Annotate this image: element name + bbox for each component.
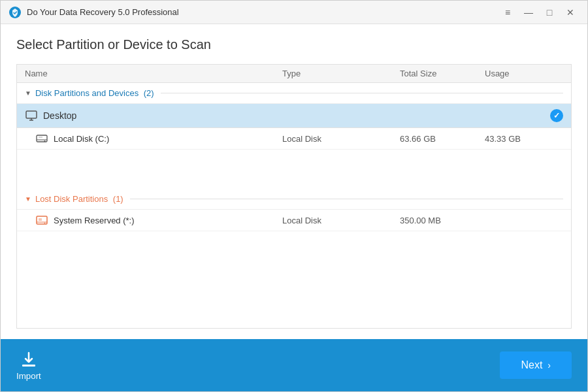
import-label: Import [16,371,41,381]
window-controls: ≡ — □ ✕ [498,5,580,20]
svg-rect-4 [37,135,47,142]
group-arrow-lost: ▼ [25,195,31,203]
row-local-disk-name: Local Disk (C:) [35,132,282,145]
header-total-size: Total Size [400,69,485,78]
svg-rect-1 [26,111,37,118]
minimize-button[interactable]: — [519,5,538,20]
page-title: Select Partition or Device to Scan [16,37,572,52]
group-disk-title: Disk Partitions and Devices (2) [35,88,154,98]
selected-check [550,109,563,122]
table-row[interactable]: Local Disk (C:) Local Disk 63.66 GB 43.3… [17,128,571,150]
svg-rect-12 [22,365,35,367]
next-arrow-icon: › [547,360,551,370]
checkmark-icon [550,109,563,122]
header-name: Name [25,69,282,78]
main-content: Select Partition or Device to Scan Name … [1,24,587,339]
table-row[interactable]: System Reserved (*:) Local Disk 350.00 M… [17,210,571,231]
close-button[interactable]: ✕ [561,5,580,20]
svg-point-6 [44,140,46,142]
import-icon [20,350,38,368]
titlebar: Do Your Data Recovery 5.0 Professional ≡… [1,1,587,24]
table-header: Name Type Total Size Usage [17,65,571,83]
row-system-reserved-name: System Reserved (*:) [35,214,282,227]
desktop-icon [25,109,38,122]
next-button[interactable]: Next › [500,351,572,379]
row-local-disk-usage: 43.33 GB [485,134,563,144]
group-disk-partitions[interactable]: ▼ Disk Partitions and Devices (2) [17,83,571,104]
table-row[interactable]: Desktop [17,104,571,128]
import-button[interactable]: Import [16,350,41,381]
group-arrow-disk: ▼ [25,90,31,97]
row-system-reserved-type: Local Disk [282,216,400,225]
lost-partition-icon [35,214,48,227]
partition-table: Name Type Total Size Usage ▼ Disk Partit… [16,64,572,329]
hdd-icon [35,132,48,145]
group-lost-partitions[interactable]: ▼ Lost Disk Partitions (1) [17,189,571,210]
svg-rect-10 [39,218,42,221]
app-title: Do Your Data Recovery 5.0 Professional [27,7,498,17]
header-type: Type [282,69,400,78]
menu-button[interactable]: ≡ [498,5,517,20]
maximize-button[interactable]: □ [540,5,559,20]
app-icon [8,6,22,19]
row-desktop-name: Desktop [25,109,550,122]
row-local-disk-size: 63.66 GB [400,134,485,144]
group-divider-lost [130,199,563,199]
next-label: Next [521,359,542,371]
header-usage: Usage [485,69,563,78]
svg-point-11 [44,223,46,224]
group-lost-title: Lost Disk Partitions (1) [35,194,123,204]
row-local-disk-type: Local Disk [282,134,400,144]
row-system-reserved-size: 350.00 MB [400,216,485,225]
footer: Import Next › [1,339,587,391]
group-divider-disk [161,93,563,93]
